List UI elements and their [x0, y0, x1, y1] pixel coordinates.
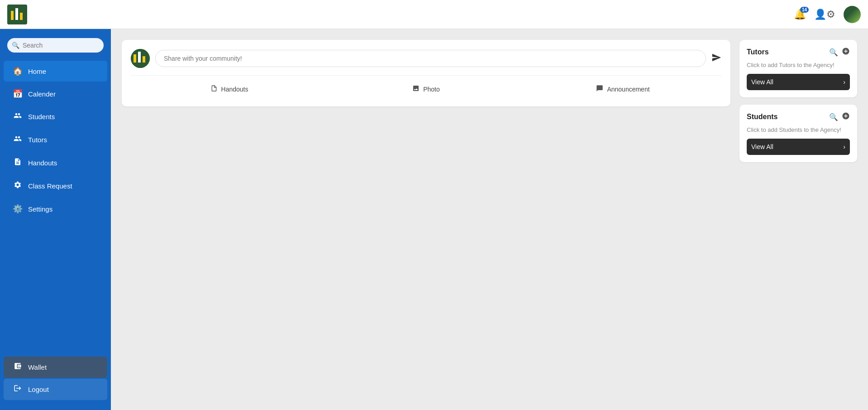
announcement-action-icon — [596, 85, 603, 94]
user-settings-button[interactable]: 👤⚙ — [814, 9, 835, 20]
sidebar-item-calender[interactable]: 📅 Calender — [4, 83, 107, 104]
students-card-title: Students — [747, 113, 777, 121]
sidebar-item-settings[interactable]: ⚙️ Settings — [4, 198, 107, 219]
students-card-subtext: Click to add Students to the Agency! — [747, 126, 850, 133]
post-user-avatar — [131, 49, 150, 68]
sidebar-item-wallet[interactable]: Wallet — [4, 357, 107, 378]
calender-icon: 📅 — [13, 89, 23, 99]
tutors-view-all-button[interactable]: View All › — [747, 74, 850, 90]
students-view-all-button[interactable]: View All › — [747, 139, 850, 155]
tutors-search-button[interactable]: 🔍 — [829, 47, 838, 57]
search-wrapper: 🔍 — [7, 38, 104, 53]
handouts-action-icon — [210, 85, 218, 94]
students-card: Students 🔍 Click to add Students to the … — [739, 105, 857, 162]
sidebar-label-wallet: Wallet — [28, 363, 47, 371]
sidebar-item-students[interactable]: Students — [4, 106, 107, 127]
svg-rect-3 — [20, 13, 23, 20]
sidebar-label-students: Students — [28, 113, 55, 121]
sidebar-label-calender: Calender — [28, 90, 56, 98]
tutors-icon — [13, 135, 23, 145]
tutors-view-all-arrow: › — [843, 78, 845, 86]
svg-rect-2 — [15, 8, 18, 20]
svg-rect-6 — [138, 52, 141, 63]
handouts-icon — [13, 158, 23, 168]
post-actions-bar: Handouts Photo Announcement — [131, 75, 721, 97]
post-input-field[interactable] — [155, 50, 706, 67]
home-icon: 🏠 — [13, 66, 23, 76]
tutors-card-icons: 🔍 — [829, 47, 850, 57]
search-container: 🔍 — [0, 34, 111, 60]
content-area: Handouts Photo Announcement — [111, 29, 868, 410]
feed-column: Handouts Photo Announcement — [122, 40, 730, 399]
students-search-button[interactable]: 🔍 — [829, 112, 838, 122]
send-post-button[interactable] — [711, 53, 721, 65]
agency-logo — [7, 5, 27, 24]
post-box: Handouts Photo Announcement — [122, 40, 730, 106]
handouts-action-label: Handouts — [221, 86, 248, 93]
main-layout: 🔍 🏠 Home 📅 Calender Students Tutors — [0, 29, 868, 410]
svg-rect-1 — [11, 11, 14, 20]
students-icon — [13, 111, 23, 122]
wallet-icon — [13, 362, 23, 372]
search-input[interactable] — [7, 38, 104, 53]
header-left — [7, 5, 27, 24]
post-input-row — [131, 49, 721, 68]
photo-action-button[interactable]: Photo — [328, 81, 525, 97]
students-card-header: Students 🔍 — [747, 112, 850, 122]
logout-icon — [13, 384, 23, 395]
sidebar-label-handouts: Handouts — [28, 159, 57, 167]
announcement-action-label: Announcement — [607, 86, 649, 93]
sidebar-item-handouts[interactable]: Handouts — [4, 152, 107, 174]
svg-rect-5 — [134, 54, 136, 63]
announcement-action-button[interactable]: Announcement — [525, 81, 721, 97]
handouts-action-button[interactable]: Handouts — [131, 81, 328, 97]
user-avatar[interactable] — [844, 6, 861, 23]
sidebar-item-logout[interactable]: Logout — [4, 379, 107, 400]
settings-icon: ⚙️ — [13, 204, 23, 214]
students-add-button[interactable] — [842, 112, 850, 122]
top-header: 🔔 14 👤⚙ — [0, 0, 868, 29]
class-request-icon — [13, 181, 23, 191]
sidebar-label-home: Home — [28, 68, 46, 75]
sidebar-item-tutors[interactable]: Tutors — [4, 129, 107, 150]
header-right: 🔔 14 👤⚙ — [794, 6, 861, 23]
notification-button[interactable]: 🔔 14 — [794, 9, 806, 20]
students-card-icons: 🔍 — [829, 112, 850, 122]
students-view-all-arrow: › — [843, 143, 845, 150]
photo-action-label: Photo — [423, 86, 440, 93]
sidebar-label-settings: Settings — [28, 205, 52, 213]
tutors-card-subtext: Click to add Tutors to the Agency! — [747, 62, 850, 68]
tutors-card-title: Tutors — [747, 48, 769, 56]
sidebar: 🔍 🏠 Home 📅 Calender Students Tutors — [0, 29, 111, 410]
sidebar-label-logout: Logout — [28, 386, 49, 393]
sidebar-label-tutors: Tutors — [28, 136, 47, 144]
sidebar-item-class-request[interactable]: Class Request — [4, 175, 107, 197]
tutors-card-header: Tutors 🔍 — [747, 47, 850, 57]
tutors-view-all-label: View All — [751, 78, 773, 86]
notification-badge: 14 — [800, 7, 809, 13]
search-icon: 🔍 — [12, 42, 19, 49]
tutors-card: Tutors 🔍 Click to add Tutors to the Agen… — [739, 40, 857, 97]
students-view-all-label: View All — [751, 143, 773, 150]
sidebar-label-class-request: Class Request — [28, 182, 72, 190]
right-sidebar: Tutors 🔍 Click to add Tutors to the Agen… — [739, 40, 857, 399]
sidebar-item-home[interactable]: 🏠 Home — [4, 61, 107, 82]
sidebar-bottom: Wallet Logout — [0, 356, 111, 405]
tutors-add-button[interactable] — [842, 47, 850, 57]
photo-action-icon — [412, 85, 420, 94]
svg-rect-7 — [143, 56, 145, 63]
